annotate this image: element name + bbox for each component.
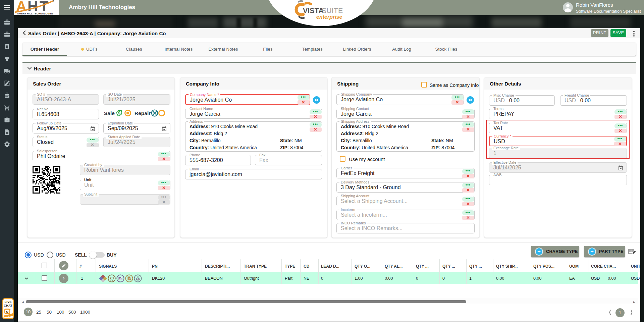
svg-text:LOG: LOG [119, 278, 122, 280]
svg-text:LOR: LOR [128, 278, 131, 280]
svg-text:$: $ [118, 111, 120, 115]
svg-text:enterprise: enterprise [316, 14, 342, 20]
svg-text:AMBRY HILL TECHNOLOGIES: AMBRY HILL TECHNOLOGIES [17, 12, 54, 15]
svg-text:SUITE: SUITE [322, 7, 343, 15]
svg-text:VISTA: VISTA [303, 7, 324, 15]
svg-text:$: $ [137, 278, 139, 281]
